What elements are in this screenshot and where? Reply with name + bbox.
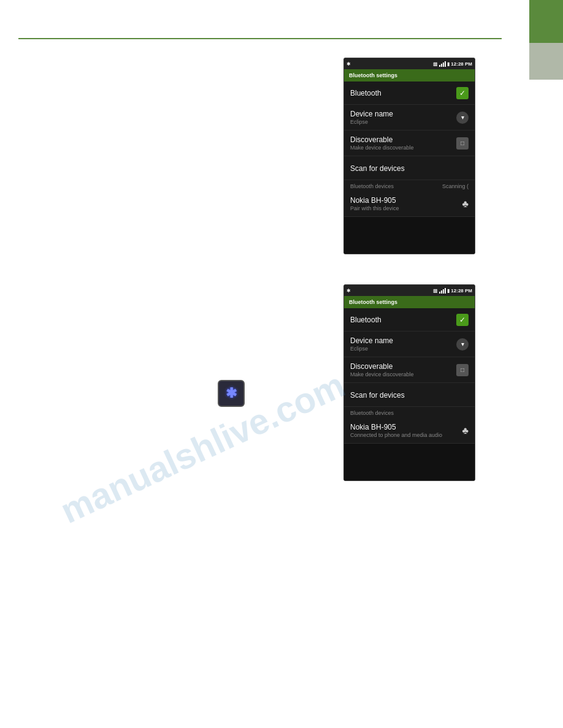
bluetooth-app-icon: ✱: [218, 380, 245, 407]
corner-tab-grey: [529, 43, 563, 80]
corner-tab-green: [529, 0, 563, 43]
status-icons-left-1: ‫✱: [347, 61, 351, 67]
bluetooth-toggle-2[interactable]: ✓: [456, 314, 469, 326]
device-status-2: Connected to phone and media audio: [350, 432, 442, 438]
device-name-label-1: Device name: [350, 110, 456, 118]
section-header-text-1: Bluetooth devices: [350, 183, 394, 189]
device-name-label-2: Device name: [350, 336, 456, 345]
bar3: [443, 63, 444, 67]
phone-screenshot-2: ✱ ▩ ▮ 12:28 PM Bluetooth settings Blueto…: [343, 284, 475, 481]
phone-screenshot-1: ‫✱ ▩ ▮ 12:28 PM Bluetooth settings Bluet…: [343, 58, 475, 254]
battery-icon-1: ▮: [447, 61, 450, 67]
wifi-icon-2: ▩: [433, 288, 438, 294]
settings-list-1: Bluetooth ✓ Device name Eclipse ▾ Discov…: [344, 82, 475, 254]
discoverable-content-2: Discoverable Make device discoverable: [350, 362, 456, 377]
device-name-value-2: Eclipse: [350, 346, 456, 352]
device-name-nokia-1: Nokia BH-905: [350, 196, 399, 205]
headphone-icon-2: ♣: [462, 425, 469, 436]
section-header-2: Bluetooth devices: [344, 407, 475, 418]
discoverable-toggle-1[interactable]: □: [456, 137, 469, 150]
status-bar-2: ✱ ▩ ▮ 12:28 PM: [344, 285, 475, 296]
phone-bottom-1: [344, 217, 475, 254]
bluetooth-item-1[interactable]: Bluetooth ✓: [344, 82, 475, 105]
status-time-1: 12:28 PM: [451, 61, 472, 67]
discoverable-toggle-2[interactable]: □: [456, 364, 469, 376]
device-info-1: Nokia BH-905 Pair with this device: [350, 196, 399, 211]
status-bar-1: ‫✱ ▩ ▮ 12:28 PM: [344, 58, 475, 69]
device-name-item-1[interactable]: Device name Eclipse ▾: [344, 105, 475, 131]
bluetooth-status-icon-2: ✱: [347, 288, 351, 294]
watermark: manualshlive.com: [52, 313, 352, 583]
device-name-item-2[interactable]: Device name Eclipse ▾: [344, 332, 475, 357]
scanning-indicator-1: Scanning (: [442, 183, 469, 189]
device-name-dropdown-2[interactable]: ▾: [456, 338, 469, 351]
discoverable-item-1[interactable]: Discoverable Make device discoverable □: [344, 131, 475, 156]
bar2b: [441, 290, 442, 294]
discoverable-subtitle-2: Make device discoverable: [350, 371, 456, 377]
section-header-1: Bluetooth devices Scanning (: [344, 180, 475, 191]
device-name-value-1: Eclipse: [350, 119, 456, 125]
signal-bars-1: [439, 61, 446, 67]
title-text-2: Bluetooth settings: [349, 299, 397, 305]
bluetooth-symbol: ✱: [226, 385, 237, 401]
title-bar-2: Bluetooth settings: [344, 296, 475, 308]
battery-icon-2: ▮: [447, 288, 450, 294]
device-status-1: Pair with this device: [350, 205, 399, 211]
discoverable-subtitle-1: Make device discoverable: [350, 145, 456, 151]
device-info-2: Nokia BH-905 Connected to phone and medi…: [350, 423, 442, 438]
discoverable-label-2: Discoverable: [350, 362, 456, 371]
bluetooth-status-icon-1: ‫✱: [347, 61, 351, 67]
bar3b: [443, 289, 444, 294]
wifi-icon-1: ▩: [433, 61, 438, 67]
bluetooth-label-1: Bluetooth: [350, 89, 456, 97]
bluetooth-toggle-1[interactable]: ✓: [456, 87, 469, 99]
signal-bars-2: [439, 287, 446, 294]
status-icons-right-1: ▩ ▮ 12:28 PM: [433, 61, 472, 67]
bluetooth-icon-container: ✱: [218, 380, 245, 407]
device-name-dropdown-1[interactable]: ▾: [456, 112, 469, 124]
bar1: [439, 65, 440, 67]
device-item-1[interactable]: Nokia BH-905 Pair with this device ♣: [344, 191, 475, 217]
headphone-icon-1: ♣: [462, 199, 469, 210]
scan-label-2: Scan for devices: [350, 391, 405, 400]
bluetooth-item-content-1: Bluetooth: [350, 89, 456, 97]
status-icons-right-2: ▩ ▮ 12:28 PM: [433, 287, 472, 294]
device-item-2[interactable]: Nokia BH-905 Connected to phone and medi…: [344, 418, 475, 444]
top-divider: [18, 38, 502, 39]
bar4b: [445, 288, 446, 294]
status-icons-left-2: ✱: [347, 288, 351, 294]
section-header-text-2: Bluetooth devices: [350, 410, 394, 416]
corner-tab: [529, 0, 563, 80]
device-name-content-1: Device name Eclipse: [350, 110, 456, 125]
phone-bottom-2: [344, 444, 475, 480]
title-bar-1: Bluetooth settings: [344, 69, 475, 82]
scan-row-2[interactable]: Scan for devices: [344, 383, 475, 407]
scan-row-1[interactable]: Scan for devices: [344, 156, 475, 180]
scan-label-1: Scan for devices: [350, 164, 405, 173]
discoverable-content-1: Discoverable Make device discoverable: [350, 135, 456, 151]
settings-list-2: Bluetooth ✓ Device name Eclipse ▾ Discov…: [344, 308, 475, 480]
discoverable-item-2[interactable]: Discoverable Make device discoverable □: [344, 357, 475, 383]
device-name-nokia-2: Nokia BH-905: [350, 423, 442, 431]
status-time-2: 12:28 PM: [451, 288, 472, 294]
device-name-content-2: Device name Eclipse: [350, 336, 456, 352]
bar4: [445, 61, 446, 67]
discoverable-label-1: Discoverable: [350, 135, 456, 144]
bluetooth-item-2[interactable]: Bluetooth ✓: [344, 308, 475, 332]
bluetooth-item-content-2: Bluetooth: [350, 316, 456, 324]
bluetooth-label-2: Bluetooth: [350, 316, 456, 324]
title-text-1: Bluetooth settings: [349, 72, 397, 78]
bar2: [441, 64, 442, 67]
bar1b: [439, 292, 440, 294]
